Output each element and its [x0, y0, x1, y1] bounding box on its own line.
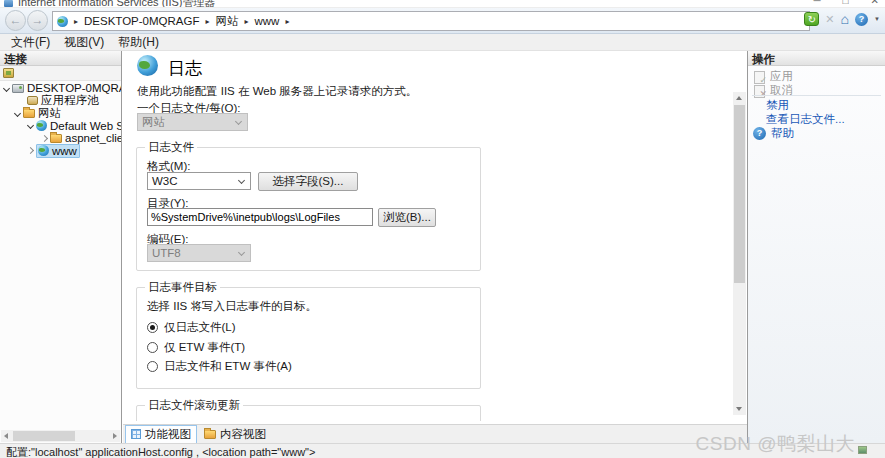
close-icon[interactable]: ✕	[871, 0, 879, 6]
tree-item-www[interactable]: www	[0, 145, 121, 158]
stop-icon[interactable]: ✕	[825, 13, 834, 26]
connections-panel: 连接 DESKTOP-0MQRAGF (DESK 应用程序池 网站 Defaul…	[0, 51, 122, 443]
page-title: 日志	[168, 57, 202, 80]
expander-open-icon[interactable]	[14, 110, 21, 117]
log-event-target-description: 选择 IIS 将写入日志事件的目标。	[147, 299, 317, 314]
menu-file[interactable]: 文件(F)	[4, 34, 57, 51]
tree-item-aspnet-client[interactable]: aspnet_client	[0, 132, 121, 145]
select-fields-button[interactable]: 选择字段(S)...	[258, 172, 358, 191]
radio-icon[interactable]	[147, 361, 158, 372]
tree-item-sites[interactable]: 网站	[0, 107, 121, 120]
radio-etw-only[interactable]: 仅 ETW 事件(T)	[147, 340, 245, 355]
features-view-icon	[131, 429, 141, 439]
help-link[interactable]: ? 帮助	[753, 126, 882, 141]
home-icon[interactable]: ⌂	[841, 12, 849, 26]
breadcrumb-separator-icon: ▸	[244, 17, 248, 26]
apply-button: ✓ 应用	[753, 69, 882, 84]
connections-header: 连接	[0, 51, 121, 66]
directory-input[interactable]	[147, 208, 373, 226]
menu-view[interactable]: 视图(V)	[57, 34, 111, 51]
restart-icon[interactable]: ↻	[804, 12, 819, 26]
actions-panel: 操作 ✓ 应用 ✕ 取消 禁用 查看日志文件... ? 帮助	[747, 51, 885, 443]
connections-horizontal-scrollbar[interactable]	[1, 430, 120, 442]
apply-icon: ✓	[753, 71, 765, 83]
breadcrumb[interactable]: ▸ DESKTOP-0MQRAGF ▸ 网站 ▸ www ▸	[52, 11, 810, 31]
maximize-icon[interactable]: □	[843, 0, 849, 6]
tree-item-default-web-site[interactable]: Default Web Site	[0, 120, 121, 133]
site-globe-icon	[57, 16, 68, 27]
breadcrumb-sites[interactable]: 网站	[215, 14, 238, 29]
rollover-group-title: 日志文件滚动更新	[145, 398, 243, 413]
menu-help[interactable]: 帮助(H)	[111, 34, 166, 51]
one-log-per-select: 网站	[137, 113, 248, 131]
chevron-down-icon	[238, 177, 245, 184]
connections-toolbar	[0, 66, 121, 81]
expander-collapsed-icon[interactable]	[41, 135, 48, 142]
minimize-icon[interactable]: ─	[813, 0, 820, 6]
radio-log-file-only[interactable]: 仅日志文件(L)	[147, 320, 236, 335]
server-icon	[12, 84, 24, 93]
app-icon	[4, 0, 13, 7]
log-event-target-group: 日志事件目标 选择 IIS 将写入日志事件的目标。 仅日志文件(L) 仅 ETW…	[136, 287, 481, 389]
content-view-icon	[204, 430, 216, 439]
disable-link[interactable]: 禁用	[753, 98, 882, 113]
help-dropdown-caret-icon[interactable]: ▼	[874, 16, 880, 22]
back-icon[interactable]: ←	[5, 10, 26, 31]
scroll-down-icon[interactable]	[736, 407, 742, 411]
watermark: CSDN @鸭梨山大	[696, 431, 867, 457]
menu-bar: 文件(F) 视图(V) 帮助(H)	[0, 34, 885, 51]
forward-icon[interactable]: →	[27, 10, 48, 31]
breadcrumb-separator-icon: ▸	[74, 17, 78, 26]
help-icon: ?	[753, 127, 766, 140]
format-select[interactable]: W3C	[147, 172, 251, 190]
radio-log-and-etw[interactable]: 日志文件和 ETW 事件(A)	[147, 359, 292, 374]
help-icon[interactable]: ?	[855, 13, 868, 26]
encoding-select: UTF8	[147, 244, 251, 262]
view-log-files-link[interactable]: 查看日志文件...	[753, 112, 882, 127]
breadcrumb-site[interactable]: www	[255, 15, 280, 27]
view-tabs: 功能视图 内容视图	[123, 424, 747, 443]
feature-page-scrollbar[interactable]	[733, 92, 746, 415]
scroll-up-icon[interactable]	[736, 96, 742, 100]
radio-selected-icon[interactable]	[147, 322, 158, 333]
tab-features-view[interactable]: 功能视图	[125, 425, 197, 444]
address-bar: ← → ▸ DESKTOP-0MQRAGF ▸ 网站 ▸ www ▸ ↻ ✕ ⌂…	[0, 8, 885, 34]
log-file-group: 日志文件 格式(M): W3C 选择字段(S)... 目录(Y): 浏览(B).…	[136, 147, 481, 271]
feature-page: 日志 使用此功能配置 IIS 在 Web 服务器上记录请求的方式。 一个日志文件…	[123, 51, 747, 443]
rollover-group: 日志文件滚动更新	[136, 405, 481, 421]
chevron-down-icon	[238, 249, 245, 256]
chevron-down-icon	[235, 118, 242, 125]
log-file-group-title: 日志文件	[145, 140, 197, 155]
status-text: 配置:"localhost" applicationHost.config , …	[6, 446, 315, 458]
feature-page-content: 日志 使用此功能配置 IIS 在 Web 服务器上记录请求的方式。 一个日志文件…	[123, 51, 732, 421]
radio-icon[interactable]	[147, 342, 158, 353]
breadcrumb-separator-icon: ▸	[205, 17, 209, 26]
breadcrumb-separator-icon: ▸	[285, 17, 289, 26]
scroll-left-icon[interactable]	[4, 433, 8, 439]
website-icon	[36, 120, 47, 131]
watermark-icon	[858, 446, 867, 454]
log-event-target-title: 日志事件目标	[145, 280, 220, 295]
page-description: 使用此功能配置 IIS 在 Web 服务器上记录请求的方式。	[137, 84, 417, 99]
tab-content-view[interactable]: 内容视图	[199, 426, 271, 443]
expander-open-icon[interactable]	[3, 85, 10, 92]
actions-separator	[752, 95, 881, 96]
window-title: Internet Information Services (IIS)管理器	[18, 0, 215, 8]
website-icon	[38, 145, 49, 156]
scroll-right-icon[interactable]	[113, 433, 117, 439]
breadcrumb-server[interactable]: DESKTOP-0MQRAGF	[84, 15, 199, 27]
create-connection-icon[interactable]	[3, 68, 14, 78]
title-bar: Internet Information Services (IIS)管理器 ─…	[0, 0, 885, 8]
connections-tree: DESKTOP-0MQRAGF (DESK 应用程序池 网站 Default W…	[0, 82, 121, 429]
app-pools-icon	[27, 96, 38, 105]
selected-item-highlight: www	[36, 144, 80, 158]
expander-open-icon[interactable]	[27, 122, 34, 129]
folder-icon	[50, 134, 62, 143]
expander-collapsed-icon[interactable]	[27, 147, 34, 154]
logging-feature-icon	[137, 55, 158, 76]
scrollbar-thumb[interactable]	[734, 105, 745, 283]
scrollbar-thumb[interactable]	[13, 431, 75, 441]
sites-folder-icon	[23, 109, 35, 118]
browse-button[interactable]: 浏览(B)...	[378, 208, 436, 227]
actions-header: 操作	[748, 51, 885, 66]
